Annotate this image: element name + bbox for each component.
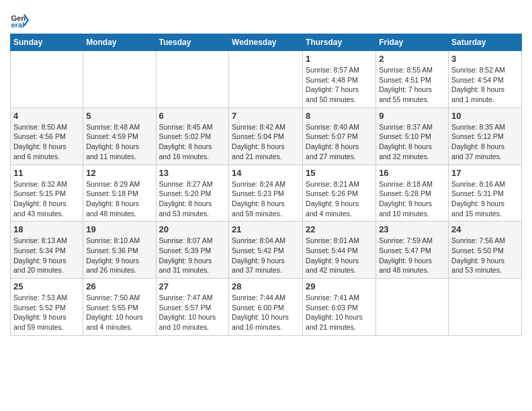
day-number: 10 [451, 111, 519, 121]
day-number: 16 [379, 168, 445, 178]
weekday-header: Thursday [303, 34, 376, 51]
day-info: Sunrise: 8:50 AM Sunset: 4:56 PM Dayligh… [13, 122, 80, 162]
calendar-cell [83, 51, 156, 108]
day-number: 23 [379, 224, 445, 234]
calendar-cell: 9Sunrise: 8:37 AM Sunset: 5:10 PM Daylig… [376, 107, 449, 165]
day-info: Sunrise: 8:10 AM Sunset: 5:36 PM Dayligh… [86, 236, 152, 275]
day-number: 3 [451, 54, 519, 64]
day-number: 21 [232, 224, 300, 234]
calendar-cell: 28Sunrise: 7:44 AM Sunset: 6:00 PM Dayli… [229, 279, 303, 336]
day-number: 4 [13, 111, 80, 121]
day-number: 13 [159, 168, 226, 178]
day-info: Sunrise: 8:18 AM Sunset: 5:28 PM Dayligh… [379, 179, 445, 219]
calendar-cell: 11Sunrise: 8:32 AM Sunset: 5:15 PM Dayli… [11, 165, 83, 222]
day-info: Sunrise: 8:21 AM Sunset: 5:26 PM Dayligh… [306, 179, 373, 219]
calendar-cell: 16Sunrise: 8:18 AM Sunset: 5:28 PM Dayli… [376, 165, 449, 222]
day-info: Sunrise: 7:41 AM Sunset: 6:03 PM Dayligh… [306, 293, 373, 332]
calendar-cell: 10Sunrise: 8:35 AM Sunset: 5:12 PM Dayli… [449, 107, 522, 165]
calendar-cell [11, 51, 83, 108]
calendar-cell [449, 279, 522, 336]
day-info: Sunrise: 7:44 AM Sunset: 6:00 PM Dayligh… [232, 293, 300, 332]
day-number: 1 [306, 54, 373, 64]
day-info: Sunrise: 8:55 AM Sunset: 4:51 PM Dayligh… [379, 65, 445, 105]
calendar-cell: 2Sunrise: 8:55 AM Sunset: 4:51 PM Daylig… [376, 51, 449, 108]
calendar-cell: 27Sunrise: 7:47 AM Sunset: 5:57 PM Dayli… [156, 279, 229, 336]
day-info: Sunrise: 8:29 AM Sunset: 5:18 PM Dayligh… [86, 179, 152, 219]
calendar-cell: 15Sunrise: 8:21 AM Sunset: 5:26 PM Dayli… [303, 165, 376, 222]
day-info: Sunrise: 8:40 AM Sunset: 5:07 PM Dayligh… [306, 122, 373, 162]
page-header: Gen eral [10, 7, 522, 30]
day-number: 7 [232, 111, 300, 121]
calendar-cell: 29Sunrise: 7:41 AM Sunset: 6:03 PM Dayli… [303, 279, 376, 336]
day-info: Sunrise: 8:48 AM Sunset: 4:59 PM Dayligh… [86, 122, 152, 162]
calendar-cell: 13Sunrise: 8:27 AM Sunset: 5:20 PM Dayli… [156, 165, 229, 222]
calendar-cell [229, 51, 303, 108]
calendar-cell: 25Sunrise: 7:53 AM Sunset: 5:52 PM Dayli… [11, 279, 83, 336]
day-number: 26 [86, 281, 152, 291]
weekday-header: Wednesday [229, 34, 303, 51]
day-info: Sunrise: 8:57 AM Sunset: 4:48 PM Dayligh… [306, 65, 373, 105]
day-number: 29 [306, 281, 373, 291]
calendar-cell: 7Sunrise: 8:42 AM Sunset: 5:04 PM Daylig… [229, 107, 303, 165]
day-info: Sunrise: 8:13 AM Sunset: 5:34 PM Dayligh… [13, 236, 80, 275]
calendar-cell: 21Sunrise: 8:04 AM Sunset: 5:42 PM Dayli… [229, 222, 303, 279]
day-info: Sunrise: 7:59 AM Sunset: 5:47 PM Dayligh… [379, 236, 445, 275]
calendar-cell: 18Sunrise: 8:13 AM Sunset: 5:34 PM Dayli… [11, 222, 83, 279]
day-number: 24 [451, 224, 519, 234]
day-info: Sunrise: 7:47 AM Sunset: 5:57 PM Dayligh… [159, 293, 226, 332]
day-number: 19 [86, 224, 152, 234]
day-number: 18 [13, 224, 80, 234]
day-info: Sunrise: 8:35 AM Sunset: 5:12 PM Dayligh… [451, 122, 519, 162]
calendar-cell: 26Sunrise: 7:50 AM Sunset: 5:55 PM Dayli… [83, 279, 156, 336]
day-info: Sunrise: 7:56 AM Sunset: 5:50 PM Dayligh… [451, 236, 519, 275]
day-info: Sunrise: 8:07 AM Sunset: 5:39 PM Dayligh… [159, 236, 226, 275]
day-number: 15 [306, 168, 373, 178]
day-info: Sunrise: 8:37 AM Sunset: 5:10 PM Dayligh… [379, 122, 445, 162]
calendar-cell: 22Sunrise: 8:01 AM Sunset: 5:44 PM Dayli… [303, 222, 376, 279]
calendar-cell: 19Sunrise: 8:10 AM Sunset: 5:36 PM Dayli… [83, 222, 156, 279]
day-number: 14 [232, 168, 300, 178]
day-number: 9 [379, 111, 445, 121]
day-info: Sunrise: 8:27 AM Sunset: 5:20 PM Dayligh… [159, 179, 226, 219]
calendar-cell: 8Sunrise: 8:40 AM Sunset: 5:07 PM Daylig… [303, 107, 376, 165]
weekday-header: Sunday [11, 34, 83, 51]
logo: Gen eral [10, 11, 30, 30]
day-info: Sunrise: 8:32 AM Sunset: 5:15 PM Dayligh… [13, 179, 80, 219]
day-number: 2 [379, 54, 445, 64]
day-info: Sunrise: 8:24 AM Sunset: 5:23 PM Dayligh… [232, 179, 300, 219]
day-info: Sunrise: 8:16 AM Sunset: 5:31 PM Dayligh… [451, 179, 519, 219]
calendar-cell: 4Sunrise: 8:50 AM Sunset: 4:56 PM Daylig… [11, 107, 83, 165]
day-number: 12 [86, 168, 152, 178]
day-number: 8 [306, 111, 373, 121]
calendar-cell: 14Sunrise: 8:24 AM Sunset: 5:23 PM Dayli… [229, 165, 303, 222]
day-number: 27 [159, 281, 226, 291]
day-number: 11 [13, 168, 80, 178]
calendar-cell [376, 279, 449, 336]
calendar-cell: 1Sunrise: 8:57 AM Sunset: 4:48 PM Daylig… [303, 51, 376, 108]
day-number: 22 [306, 224, 373, 234]
day-info: Sunrise: 7:50 AM Sunset: 5:55 PM Dayligh… [86, 293, 152, 332]
day-info: Sunrise: 8:42 AM Sunset: 5:04 PM Dayligh… [232, 122, 300, 162]
day-number: 25 [13, 281, 80, 291]
day-number: 17 [451, 168, 519, 178]
calendar-cell: 3Sunrise: 8:52 AM Sunset: 4:54 PM Daylig… [449, 51, 522, 108]
day-info: Sunrise: 8:52 AM Sunset: 4:54 PM Dayligh… [451, 65, 519, 105]
calendar-cell: 12Sunrise: 8:29 AM Sunset: 5:18 PM Dayli… [83, 165, 156, 222]
day-info: Sunrise: 8:45 AM Sunset: 5:02 PM Dayligh… [159, 122, 226, 162]
calendar-cell: 6Sunrise: 8:45 AM Sunset: 5:02 PM Daylig… [156, 107, 229, 165]
day-number: 6 [159, 111, 226, 121]
calendar-cell: 23Sunrise: 7:59 AM Sunset: 5:47 PM Dayli… [376, 222, 449, 279]
day-info: Sunrise: 7:53 AM Sunset: 5:52 PM Dayligh… [13, 293, 80, 332]
svg-text:eral: eral [11, 21, 24, 29]
logo-icon: Gen eral [10, 11, 29, 30]
day-number: 5 [86, 111, 152, 121]
day-number: 28 [232, 281, 300, 291]
calendar-cell: 24Sunrise: 7:56 AM Sunset: 5:50 PM Dayli… [449, 222, 522, 279]
weekday-header: Tuesday [156, 34, 229, 51]
weekday-header: Saturday [449, 34, 522, 51]
calendar-cell: 17Sunrise: 8:16 AM Sunset: 5:31 PM Dayli… [449, 165, 522, 222]
day-info: Sunrise: 8:04 AM Sunset: 5:42 PM Dayligh… [232, 236, 300, 275]
calendar-cell: 5Sunrise: 8:48 AM Sunset: 4:59 PM Daylig… [83, 107, 156, 165]
calendar-cell: 20Sunrise: 8:07 AM Sunset: 5:39 PM Dayli… [156, 222, 229, 279]
weekday-header: Monday [83, 34, 156, 51]
